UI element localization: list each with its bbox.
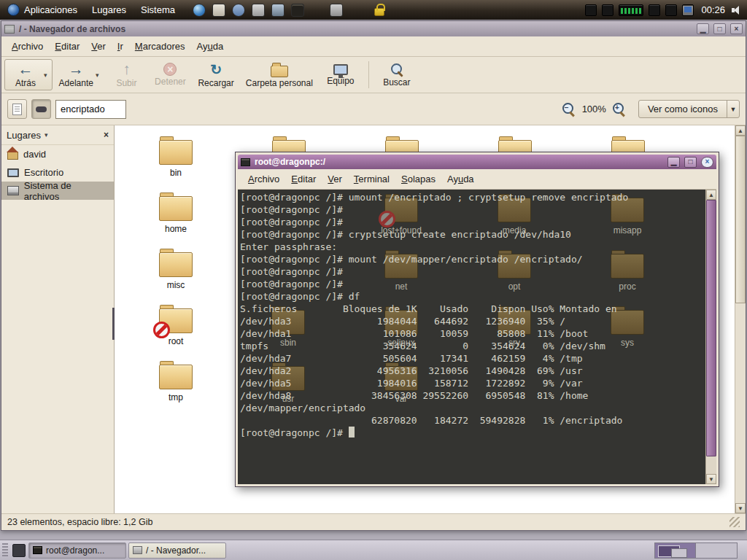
zoom-in-button[interactable]: + — [612, 102, 627, 117]
folder-label: root — [143, 336, 209, 346]
fm-menu-archivo[interactable]: Archivo — [6, 38, 49, 55]
email-icon[interactable] — [212, 4, 225, 17]
home-icon — [7, 152, 18, 160]
volume-icon[interactable] — [731, 4, 743, 16]
fm-menu-editar[interactable]: Editar — [49, 38, 85, 55]
panel-menu-aplicaciones[interactable]: Aplicaciones — [0, 0, 85, 20]
toolbar-equipo-button[interactable]: Equipo — [320, 59, 362, 90]
button-location-toggle[interactable] — [31, 99, 51, 119]
sidebar-item-escritorio[interactable]: Escritorio — [1, 163, 114, 182]
chevron-down-icon[interactable]: ▾ — [44, 131, 48, 139]
fm-menu-ver[interactable]: Ver — [85, 38, 112, 55]
scrollbar-trough[interactable] — [706, 456, 716, 474]
minimize-button[interactable]: ▁ — [667, 157, 680, 168]
term-menu-archivo[interactable]: Archivo — [242, 171, 285, 187]
fm-menu-ayuda[interactable]: Ayuda — [190, 38, 229, 55]
text-editor-icon[interactable] — [252, 4, 265, 17]
sidebar-close-icon[interactable]: × — [104, 130, 109, 140]
toolbar-recargar-button[interactable]: Recargar — [193, 59, 239, 90]
workspace-1[interactable] — [655, 543, 696, 558]
scrollbar-thumb[interactable] — [735, 136, 746, 303]
toolbar-button-label: Subir — [116, 78, 136, 88]
chevron-down-icon[interactable]: ▼ — [727, 101, 739, 117]
location-input[interactable] — [55, 100, 126, 119]
minimize-button[interactable]: ▁ — [697, 23, 709, 34]
screenshot-icon[interactable] — [330, 4, 343, 17]
scroll-down-icon[interactable]: ▼ — [706, 474, 716, 484]
folder-root[interactable]: root — [143, 304, 209, 346]
folder-bin[interactable]: bin — [143, 136, 209, 178]
help-icon[interactable] — [232, 4, 245, 17]
tray-app-2-icon[interactable] — [602, 4, 614, 16]
toolbar-adelante-button[interactable]: Adelante▾ — [54, 59, 104, 90]
terminal-scrollbar[interactable]: ▲ ▼ — [705, 190, 716, 484]
terminal-icon[interactable] — [291, 4, 304, 17]
folder-misc[interactable]: misc — [143, 248, 209, 290]
folder-icon — [159, 140, 193, 165]
toolbar-button-label: Recargar — [198, 78, 233, 88]
system-tray — [585, 4, 694, 16]
terminal-body: lost+foundmediamisappnetoptprocsbinselin… — [238, 190, 716, 484]
window-list-grip[interactable] — [2, 543, 8, 558]
view-mode-dropdown[interactable]: Ver como iconos ▼ — [638, 100, 740, 118]
term-menu-editar[interactable]: Editar — [285, 171, 322, 187]
no-access-emblem-icon — [153, 322, 170, 338]
tray-app-1-icon[interactable] — [585, 4, 597, 16]
chevron-down-icon[interactable]: ▾ — [44, 71, 47, 79]
folder-home[interactable]: home — [143, 192, 209, 234]
media-player-icon[interactable] — [271, 4, 285, 17]
workspace-2[interactable] — [696, 543, 737, 558]
term-menu-terminal[interactable]: Terminal — [348, 171, 395, 187]
toolbar-buscar-button[interactable]: Buscar — [376, 59, 418, 90]
toolbar-atras-button[interactable]: Atrás▾ — [4, 59, 53, 90]
sidebar-item-sistema-de-archivos[interactable]: Sistema de archivos — [1, 182, 114, 200]
zoom-out-button[interactable]: − — [562, 102, 576, 117]
scroll-up-icon[interactable]: ▲ — [706, 190, 716, 200]
terminal-titlebar[interactable]: root@dragonpc:/ ▁ □ × — [238, 155, 716, 169]
file-manager-titlebar[interactable]: / - Navegador de archivos ▁ □ × — [1, 21, 746, 36]
chevron-down-icon[interactable]: ▾ — [96, 71, 99, 79]
toolbar-button-label: Buscar — [383, 77, 410, 88]
scrollbar-thumb[interactable] — [706, 200, 716, 456]
scroll-up-icon[interactable]: ▲ — [735, 125, 746, 136]
clock-applet[interactable]: 00:26 — [701, 4, 725, 15]
scroll-down-icon[interactable]: ▼ — [735, 503, 746, 513]
lock-screen-icon[interactable] — [374, 8, 384, 16]
folder-tmp[interactable]: tmp — [143, 360, 209, 402]
taskbar-window-root-dragon[interactable]: root@dragon... — [28, 542, 126, 559]
toolbar-button-body: Carpeta personal — [246, 62, 313, 88]
task-buttons: root@dragon.../ - Navegador... — [28, 542, 226, 559]
terminal-window: root@dragonpc:/ ▁ □ × ArchivoEditarVerTe… — [235, 152, 719, 487]
terminal-screen[interactable]: lost+foundmediamisappnetoptprocsbinselin… — [238, 190, 705, 484]
sidebar-title[interactable]: Lugares — [7, 130, 41, 141]
fm-menu-ir[interactable]: Ir — [112, 38, 129, 55]
tray-app-4-icon[interactable] — [665, 4, 677, 16]
scrollbar-trough[interactable] — [735, 303, 746, 503]
window-list-applet-icon[interactable] — [12, 544, 26, 557]
minus-icon: − — [565, 104, 569, 112]
fm-menu-marcadores[interactable]: Marcadores — [129, 38, 191, 55]
maximize-button[interactable]: □ — [684, 157, 697, 168]
display-icon[interactable] — [682, 4, 694, 16]
panel-menu-sistema[interactable]: Sistema — [133, 0, 182, 20]
web-browser-icon[interactable] — [193, 4, 206, 17]
term-menu-ayuda[interactable]: Ayuda — [441, 171, 480, 187]
close-button[interactable]: × — [701, 157, 713, 168]
file-manager-menubar: ArchivoEditarVerIrMarcadoresAyuda — [1, 36, 746, 57]
tray-app-3-icon[interactable] — [649, 4, 660, 16]
terminal-output[interactable]: [root@dragonpc /]# umount /encriptado ; … — [238, 190, 705, 440]
panel-menu-lugares[interactable]: Lugares — [85, 0, 133, 20]
edit-location-toggle[interactable] — [7, 99, 27, 119]
term-menu-ver[interactable]: Ver — [322, 171, 348, 187]
maximize-button[interactable]: □ — [713, 23, 726, 34]
folder-icon — [159, 365, 193, 389]
sidebar-item-david[interactable]: david — [1, 145, 114, 163]
term-menu-solapas[interactable]: Solapas — [395, 171, 441, 187]
sidebar-item-label: Escritorio — [24, 167, 63, 178]
taskbar-window-navegador[interactable]: / - Navegador... — [128, 542, 226, 559]
file-manager-scrollbar[interactable]: ▲ ▼ — [735, 125, 746, 513]
network-monitor-icon[interactable] — [619, 4, 643, 16]
toolbar-carpeta-personal-button[interactable]: Carpeta personal — [241, 59, 318, 90]
close-button[interactable]: × — [730, 23, 743, 34]
resize-grip[interactable] — [729, 517, 740, 527]
